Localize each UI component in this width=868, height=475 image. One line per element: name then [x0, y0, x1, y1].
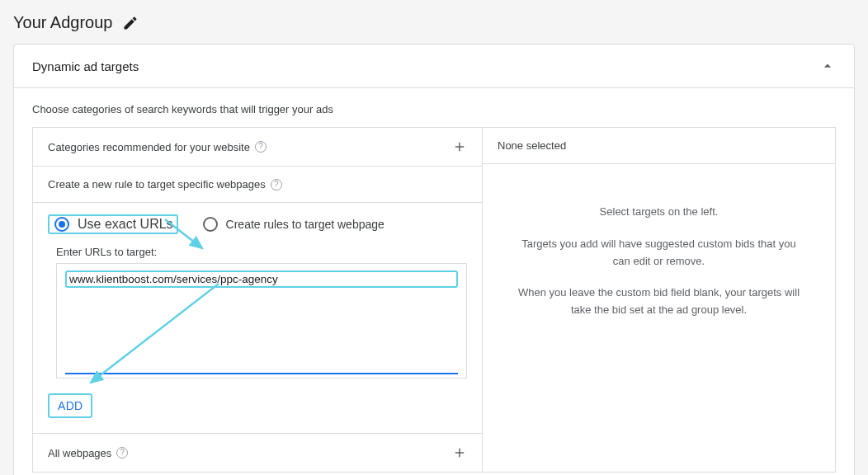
page-header: Your Adgroup	[13, 13, 855, 32]
help-icon[interactable]: ?	[255, 141, 267, 153]
row-create-rule-label: Create a new rule to target specific web…	[48, 178, 266, 190]
dynamic-ad-targets-card: Dynamic ad targets Choose categories of …	[13, 44, 855, 475]
plus-icon[interactable]	[452, 139, 467, 154]
row-create-rule: Create a new rule to target specific web…	[33, 167, 482, 203]
chevron-up-icon[interactable]	[819, 58, 836, 74]
input-underline	[65, 373, 458, 374]
right-column: None selected Select targets on the left…	[483, 128, 835, 472]
none-selected-label: None selected	[483, 128, 835, 164]
right-help-text: Select targets on the left. Targets you …	[483, 164, 835, 472]
help-line-2: Targets you add will have suggested cust…	[512, 236, 805, 270]
row-categories[interactable]: Categories recommended for your website …	[33, 128, 482, 167]
intro-text: Choose categories of search keywords tha…	[32, 103, 836, 115]
left-column: Categories recommended for your website …	[33, 128, 483, 472]
radio-rules-label: Create rules to target webpage	[226, 218, 384, 231]
row-all-webpages-label: All webpages	[48, 447, 111, 459]
radio-exact-label: Use exact URLs	[78, 217, 173, 232]
page-title: Your Adgroup	[13, 13, 112, 32]
enter-urls-label: Enter URLs to target:	[56, 246, 467, 258]
radio-create-rules[interactable]: Create rules to target webpage	[203, 217, 384, 232]
card-body: Choose categories of search keywords tha…	[14, 88, 854, 475]
help-icon[interactable]: ?	[116, 447, 128, 459]
url-value: www.klientboost.com/services/ppc-agency	[65, 270, 458, 288]
radio-icon	[54, 217, 69, 232]
card-header[interactable]: Dynamic ad targets	[14, 45, 854, 88]
targets-columns: Categories recommended for your website …	[32, 127, 836, 473]
radio-use-exact-urls[interactable]: Use exact URLs	[48, 214, 178, 234]
radio-icon	[203, 217, 218, 232]
row-all-webpages[interactable]: All webpages ?	[33, 434, 482, 472]
edit-icon[interactable]	[122, 15, 139, 31]
help-icon[interactable]: ?	[271, 179, 282, 190]
help-line-3: When you leave the custom bid field blan…	[512, 285, 805, 319]
help-line-1: Select targets on the left.	[512, 204, 805, 221]
rule-area: Use exact URLs Create rules to target we…	[33, 203, 482, 434]
add-button[interactable]: ADD	[48, 393, 92, 418]
row-categories-label: Categories recommended for your website	[48, 141, 250, 153]
url-textarea[interactable]: www.klientboost.com/services/ppc-agency	[56, 263, 467, 379]
plus-icon[interactable]	[452, 445, 467, 460]
card-title: Dynamic ad targets	[32, 59, 139, 73]
